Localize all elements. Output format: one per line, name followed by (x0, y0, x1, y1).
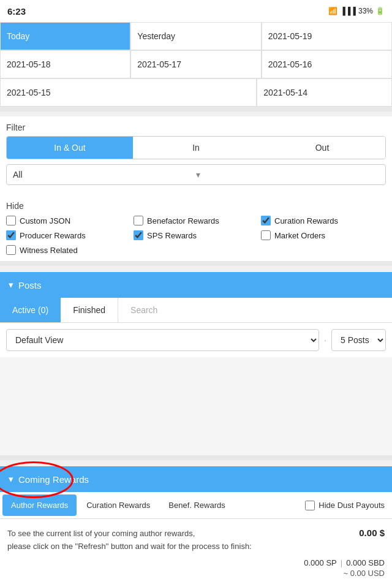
battery-icon: 🔋 (375, 7, 385, 15)
date-2021-05-16[interactable]: 2021-05-16 (262, 50, 392, 78)
coming-usd-value: ~ 0.00 USD (343, 569, 385, 578)
date-grid: Today Yesterday 2021-05-19 2021-05-18 20… (0, 22, 392, 107)
posts-view-select[interactable]: Default View (6, 329, 319, 351)
hide-custom-json-checkbox[interactable] (6, 216, 16, 225)
date-yesterday[interactable]: Yesterday (130, 22, 261, 50)
posts-header-label: Posts (18, 280, 42, 290)
hide-witness-related-checkbox[interactable] (6, 245, 16, 255)
date-2021-05-15[interactable]: 2021-05-15 (0, 78, 257, 107)
posts-tabs: Active (0) Finished Search (0, 298, 392, 323)
hide-producer-rewards-label: Producer Rewards (20, 231, 86, 240)
coming-rewards-amount: 0.00 $ (359, 528, 385, 538)
coming-rewards-body: To see the current list of your coming a… (0, 519, 392, 586)
wifi-icon: 📶 (328, 7, 337, 15)
divider-2 (0, 261, 392, 266)
checkbox-grid: Custom JSON Benefactor Rewards Curation … (6, 216, 386, 255)
coming-sbd-value: 0.000 SBD (346, 558, 385, 567)
posts-tab-finished[interactable]: Finished (61, 298, 118, 322)
filter-label: Filter (6, 123, 386, 132)
posts-count-select[interactable]: 5 Posts (331, 329, 386, 351)
filter-tab-in[interactable]: In (133, 137, 259, 159)
coming-tab-benef[interactable]: Benef. Rewards (160, 494, 234, 516)
hide-curation-rewards-label: Curation Rewards (274, 216, 338, 225)
filter-tabs: In & Out In Out (6, 136, 386, 159)
hide-market-orders-checkbox[interactable] (261, 230, 271, 240)
hide-section: Hide Custom JSON Benefactor Rewards Cura… (0, 195, 392, 261)
dot-icon: · (324, 335, 326, 345)
date-row-3: 2021-05-15 2021-05-14 (0, 78, 392, 107)
posts-tab-search[interactable]: Search (118, 298, 392, 322)
hide-label: Hide (6, 201, 386, 211)
separator: | (341, 558, 342, 567)
hide-dust-payouts-container: Hide Dust Payouts (300, 497, 390, 514)
filter-section: Filter In & Out In Out All ▾ (0, 116, 392, 195)
filter-select-value: All (13, 170, 196, 180)
date-2021-05-18[interactable]: 2021-05-18 (0, 50, 130, 78)
hide-curation-rewards: Curation Rewards (261, 216, 386, 225)
hide-curation-rewards-checkbox[interactable] (261, 216, 271, 225)
hide-sps-rewards-checkbox[interactable] (134, 230, 143, 240)
hide-custom-json-label: Custom JSON (20, 216, 70, 225)
status-time: 6:23 (7, 6, 26, 17)
date-2021-05-19[interactable]: 2021-05-19 (262, 22, 392, 50)
battery-text: 33% (358, 7, 373, 15)
hide-dust-payouts-checkbox[interactable] (305, 501, 315, 510)
hide-witness-related-label: Witness Related (20, 246, 78, 255)
hide-benefactor-rewards: Benefactor Rewards (134, 216, 258, 225)
status-bar: 6:23 📶 ▐▐▐ 33% 🔋 (0, 0, 392, 22)
filter-tab-in-out[interactable]: In & Out (7, 137, 133, 159)
hide-market-orders-label: Market Orders (274, 231, 325, 240)
hide-witness-related: Witness Related (6, 245, 131, 255)
coming-rewards-description: To see the current list of your coming a… (7, 528, 252, 553)
coming-rewards-section: ▾ Coming Rewards Author Rewards Curation… (0, 466, 392, 587)
coming-tab-author[interactable]: Author Rewards (2, 494, 77, 516)
coming-tab-curation[interactable]: Curation Rewards (78, 494, 159, 516)
divider-3 (0, 455, 392, 460)
hide-benefactor-rewards-checkbox[interactable] (134, 216, 143, 225)
coming-rewards-tabs: Author Rewards Curation Rewards Benef. R… (0, 492, 392, 519)
date-row-2: 2021-05-18 2021-05-17 2021-05-16 (0, 50, 392, 78)
empty-content-area (0, 357, 392, 455)
date-row-1: Today Yesterday 2021-05-19 (0, 22, 392, 50)
hide-producer-rewards-checkbox[interactable] (6, 230, 16, 240)
chevron-down-icon: ▾ (196, 170, 379, 180)
coming-rewards-header: ▾ Coming Rewards (0, 466, 392, 492)
hide-market-orders: Market Orders (261, 230, 386, 240)
signal-icon: ▐▐▐ (340, 7, 356, 15)
hide-producer-rewards: Producer Rewards (6, 230, 131, 240)
hide-sps-rewards-label: SPS Rewards (147, 231, 197, 240)
coming-rewards-values: 0.000 SP | 0.000 SBD (7, 558, 385, 567)
posts-tab-active[interactable]: Active (0) (0, 298, 61, 322)
hide-sps-rewards: SPS Rewards (134, 230, 258, 240)
divider-1 (0, 107, 392, 112)
hide-custom-json: Custom JSON (6, 216, 131, 225)
date-2021-05-14[interactable]: 2021-05-14 (257, 78, 392, 107)
chevron-down-icon: ▾ (9, 474, 13, 485)
date-2021-05-17[interactable]: 2021-05-17 (130, 50, 261, 78)
hide-benefactor-rewards-label: Benefactor Rewards (147, 216, 219, 225)
coming-usd-row: ~ 0.00 USD (7, 569, 385, 578)
coming-sp-value: 0.000 SP (304, 558, 337, 567)
status-icons: 📶 ▐▐▐ 33% 🔋 (328, 7, 385, 15)
posts-section: ▾ Posts Active (0) Finished Search Defau… (0, 272, 392, 357)
chevron-down-icon: ▾ (9, 279, 13, 290)
posts-header: ▾ Posts (0, 272, 392, 298)
coming-rewards-header-label: Coming Rewards (18, 474, 89, 485)
date-today[interactable]: Today (0, 22, 130, 50)
filter-tab-out[interactable]: Out (259, 137, 385, 159)
hide-dust-payouts-label: Hide Dust Payouts (318, 501, 385, 510)
filter-all-select[interactable]: All ▾ (6, 164, 386, 185)
posts-view-row: Default View · 5 Posts (0, 323, 392, 357)
